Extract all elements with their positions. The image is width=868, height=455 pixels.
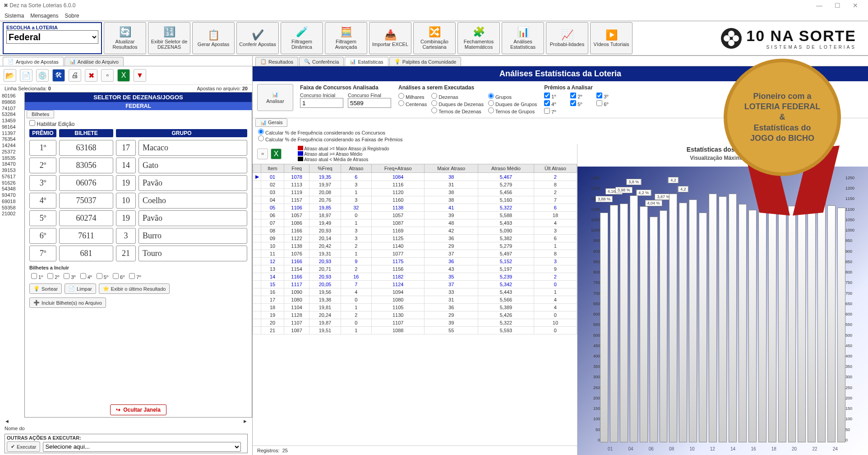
stats-row[interactable]: 03111920,0811120385,4562 [253, 189, 577, 196]
menu-mensagens[interactable]: Mensagens [30, 11, 58, 21]
scrollbar-right[interactable]: ► [243, 418, 248, 424]
chart-bar-08[interactable]: 4,2 [669, 194, 677, 442]
chart-bar-06[interactable]: 4,04 % [650, 217, 658, 442]
col-%Freq[interactable]: %Freq [309, 164, 341, 173]
stats-row[interactable]: 19112820,2421130295,4260 [253, 311, 577, 319]
chart-bar-18[interactable] [768, 207, 776, 442]
chart-bar-20[interactable] [788, 206, 796, 442]
stats-row[interactable]: 02111319,9731116315,2798 [253, 181, 577, 189]
premio-chk-1º[interactable]: 1º [544, 93, 569, 99]
bilhete-cell[interactable]: 60274 [59, 210, 113, 226]
chart-bar-23[interactable] [817, 203, 826, 442]
chart-bar-14[interactable] [729, 194, 737, 442]
stats-row[interactable]: 17108019,3801080315,5664 [253, 296, 577, 304]
toolbar-btn-6[interactable]: 📥Importar EXCEL [369, 22, 411, 54]
chart-bar-09[interactable]: 4,2 [679, 203, 687, 442]
excel-icon[interactable]: X [117, 69, 130, 82]
col-Freq+Atraso[interactable]: Freq+Atraso [372, 164, 425, 173]
menu-sobre[interactable]: Sobre [65, 11, 79, 21]
chart-bar-22[interactable] [808, 208, 816, 442]
stats-row[interactable]: 11107619,3111077375,4978 [253, 250, 577, 258]
tab-bilhetes[interactable]: Bilhetes [27, 110, 54, 118]
stats-row[interactable]: 18110419,8111105365,3894 [253, 304, 577, 311]
toolbar-btn-1[interactable]: 🔢Exibir Seletor de DEZENAS [148, 22, 190, 54]
analise-radio-Grupos[interactable]: Grupos [488, 93, 537, 100]
col-Item[interactable]: Item [261, 164, 284, 173]
delete-icon[interactable]: ✖ [85, 69, 97, 82]
tools-icon[interactable]: 🛠 [52, 69, 65, 82]
tab-arquivo-apostas[interactable]: 📄 Arquivo de Apostas [3, 57, 64, 66]
aposta-row[interactable]: 80196 [2, 93, 23, 99]
incluir-7º[interactable]: 7º [129, 273, 141, 280]
incluir-6º[interactable]: 6º [113, 273, 125, 280]
chart-bar-03[interactable]: 3,98 % [620, 204, 628, 442]
aposta-row[interactable]: 25372 [2, 149, 23, 155]
incluir-2º[interactable]: 2º [47, 273, 59, 280]
bilhete-cell[interactable]: 7611 [59, 228, 113, 244]
executar-button[interactable]: ✔ Executar [7, 441, 40, 452]
chart-bar-24[interactable] [827, 205, 836, 442]
habilitar-edicao-checkbox[interactable]: Habilitar Edição [29, 121, 74, 127]
stats-row[interactable]: ▶01107819,3561084385,4672 [253, 173, 577, 181]
filter-icon[interactable]: ▼ [134, 69, 146, 82]
tab-resultados[interactable]: 📋 Resultados [255, 57, 298, 66]
col-Atraso Médio[interactable]: Atraso Médio [478, 164, 534, 173]
toolbar-btn-11[interactable]: ▶️Vídeos Tutoriais [590, 22, 633, 54]
apostas-number-list[interactable]: 8019689868741075328413459981641139776354… [0, 92, 24, 418]
stats-row[interactable]: 07108619,4911087485,4934 [253, 219, 577, 227]
aposta-row[interactable]: 53284 [2, 111, 23, 118]
tab-analise-arquivo[interactable]: 📊 Análise do Arquivo [65, 57, 124, 66]
col-Atraso[interactable]: Atraso [341, 164, 371, 173]
aposta-row[interactable]: 14244 [2, 143, 23, 149]
outras-acoes-select[interactable]: Selecione aqui... [43, 442, 241, 452]
chart-bar-11[interactable] [699, 213, 707, 442]
tab-palpites[interactable]: 💡 Palpites da Comunidade [389, 57, 462, 66]
blank-doc-icon[interactable]: ▫ [257, 149, 268, 159]
incluir-4º[interactable]: 4º [80, 273, 92, 280]
close-button[interactable]: ✕ [846, 2, 864, 9]
stats-row[interactable]: 08116620,9331169425,0903 [253, 227, 577, 235]
analise-radio-Centenas[interactable]: Centenas [398, 100, 427, 107]
aposta-row[interactable]: 91626 [2, 180, 23, 186]
maximize-button[interactable]: ☐ [828, 2, 846, 9]
col-Maior Atraso[interactable]: Maior Atraso [425, 164, 478, 173]
chart-bar-15[interactable] [739, 204, 747, 442]
minimize-button[interactable]: — [810, 2, 828, 9]
aposta-row[interactable]: 59358 [2, 205, 23, 211]
chart-bar-07[interactable]: 3,87 % [660, 210, 668, 442]
aposta-row[interactable]: 76354 [2, 136, 23, 143]
new-file-icon[interactable]: 📄 [20, 69, 32, 82]
blank-icon[interactable]: ▫ [101, 69, 114, 82]
incluir-1º[interactable]: 1º [31, 273, 43, 280]
chart-bar-19[interactable] [778, 202, 786, 442]
lottery-select[interactable]: Federal [6, 30, 98, 44]
col-Freq[interactable]: Freq [284, 164, 309, 173]
toolbar-btn-3[interactable]: ✔️Conferir Apostas [236, 22, 279, 54]
stats-row[interactable]: 20110719,8701107395,32210 [253, 319, 577, 327]
tab-conferencia[interactable]: 🔍 Conferência [299, 57, 344, 66]
open-folder-icon[interactable]: 📂 [4, 69, 16, 82]
menu-sistema[interactable]: Sistema [5, 11, 24, 21]
chart-bar-01[interactable]: 3,88 % [600, 213, 608, 442]
premio-chk-5º[interactable]: 5º [570, 100, 596, 107]
bilhete-cell[interactable]: 83056 [59, 158, 113, 173]
tab-estatisticas[interactable]: 📊 Estatísticas [345, 57, 388, 66]
chart-bar-12[interactable] [709, 194, 717, 442]
premio-chk-7º[interactable]: 7º [544, 108, 569, 115]
aposta-row[interactable]: 13459 [2, 118, 23, 124]
analise-radio-Ternos de Dezenas[interactable]: Ternos de Dezenas [431, 107, 484, 114]
stats-table[interactable]: ItemFreq%FreqAtrasoFreq+AtrasoMaior Atra… [253, 164, 577, 334]
concurso-final-input[interactable] [348, 98, 391, 108]
chart-bar-25[interactable] [837, 208, 845, 442]
bilhete-cell[interactable]: 681 [59, 246, 113, 261]
stats-row[interactable]: 13115420,7121156435,1979 [253, 265, 577, 273]
stats-row[interactable]: 06105718,9701057395,58818 [253, 212, 577, 219]
stats-row[interactable]: 10113820,4221140295,2791 [253, 242, 577, 250]
toolbar-btn-0[interactable]: 🔄Atualizar Resultados [104, 22, 146, 54]
chart-bar-17[interactable] [758, 212, 766, 442]
stats-row[interactable]: 16109019,5641094335,4431 [253, 288, 577, 296]
toolbar-btn-4[interactable]: 🧪Filtragem Dinâmica [281, 22, 323, 54]
incluir-5º[interactable]: 5º [97, 273, 108, 280]
stats-row[interactable]: 04115720,7631160385,1607 [253, 196, 577, 204]
stats-row[interactable]: 21108719,5111088555,5930 [253, 327, 577, 334]
